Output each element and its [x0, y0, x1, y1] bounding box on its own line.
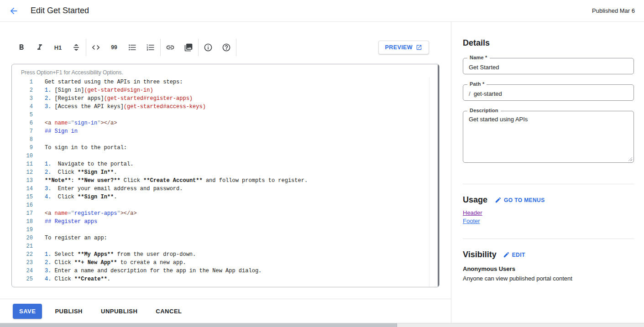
line-number: 9: [12, 144, 33, 152]
line-number: 1: [12, 78, 33, 86]
line-number: 25: [12, 275, 33, 283]
markdown-editor[interactable]: Press Option+F1 for Accessibility Option…: [11, 64, 440, 287]
code-line[interactable]: 111. Navigate to the portal.: [12, 160, 439, 168]
bold-button[interactable]: [12, 38, 31, 57]
code-line-text: <a name="sign-in"></a>: [33, 119, 117, 127]
italic-icon: [35, 43, 44, 52]
pencil-icon: [495, 197, 502, 203]
line-number: 19: [12, 226, 33, 234]
code-button[interactable]: [87, 38, 105, 57]
bulleted-list-button[interactable]: [123, 38, 141, 57]
code-line[interactable]: 122. Click **Sign In**.: [12, 168, 439, 176]
line-number: 21: [12, 242, 33, 250]
code-line-text: 1. Navigate to the portal.: [33, 160, 133, 168]
usage-link-footer[interactable]: Footer: [463, 218, 480, 225]
code-line[interactable]: 243. Enter a name and description for th…: [12, 267, 439, 275]
code-line-text: [33, 111, 45, 119]
code-line[interactable]: 21. [Sign in](get-started#sign-in): [12, 86, 439, 94]
back-button[interactable]: [5, 2, 23, 20]
numbered-list-icon: [146, 43, 155, 52]
code-line[interactable]: 17<a name="register-apps"></a>: [12, 209, 439, 218]
visibility-title: Visibility: [463, 250, 497, 260]
code-area[interactable]: 1Get started using the APIs in three ste…: [12, 78, 439, 283]
scrollbar-gutter-divider: [429, 77, 429, 287]
quote-button[interactable]: 99: [105, 38, 123, 57]
code-line[interactable]: 7## Sign in: [12, 127, 439, 135]
italic-button[interactable]: [31, 38, 49, 57]
code-line-text: 2. [Register apps](get-started#register-…: [33, 94, 193, 103]
publish-button[interactable]: PUBLISH: [49, 304, 88, 319]
line-number: 8: [12, 135, 33, 144]
code-line-text: <a name="register-apps"></a>: [33, 209, 137, 218]
code-line[interactable]: 143. Enter your email address and passwo…: [12, 185, 439, 193]
code-line[interactable]: 20To register an app:: [12, 234, 439, 242]
toolbar-group-text: H1: [12, 38, 85, 57]
code-line[interactable]: 18## Register apps: [12, 218, 439, 226]
open-in-new-icon: [416, 44, 422, 51]
go-to-menus-button[interactable]: GO TO MENUS: [495, 197, 545, 203]
page: Edit Get Started Published Mar 6 H1 99: [0, 0, 644, 327]
code-line[interactable]: 6<a name="sign-in"></a>: [12, 119, 439, 127]
description-field: Description Get started using APIs: [463, 111, 634, 163]
code-line[interactable]: 5: [12, 111, 439, 119]
edit-visibility-button[interactable]: EDIT: [503, 251, 525, 258]
code-line[interactable]: 21: [12, 242, 439, 250]
code-line[interactable]: 43. [Access the API keys](get-started#ac…: [12, 103, 439, 111]
action-bar: SAVE PUBLISH UNPUBLISH CANCEL: [0, 299, 451, 323]
audience-description: Anyone can view published portal content: [463, 275, 634, 282]
description-textarea[interactable]: Get started using APIs: [463, 111, 634, 161]
code-line[interactable]: 232. Click **+ New App** to create a new…: [12, 259, 439, 267]
section-divider: [463, 184, 634, 184]
code-line-text: 1. [Sign in](get-started#sign-in): [33, 86, 153, 94]
numbered-list-button[interactable]: [141, 38, 160, 57]
link-button[interactable]: [161, 38, 179, 57]
name-input[interactable]: [463, 58, 634, 74]
line-number: 6: [12, 119, 33, 127]
line-number: 23: [12, 259, 33, 267]
arrow-back-icon: [9, 6, 19, 16]
cancel-button[interactable]: CANCEL: [150, 304, 187, 319]
path-prefix: /: [469, 90, 471, 97]
code-line-text: [33, 152, 45, 160]
line-number: 17: [12, 209, 33, 218]
save-button[interactable]: SAVE: [13, 304, 42, 319]
code-line[interactable]: 8: [12, 135, 439, 144]
horizontal-scrollbar[interactable]: [0, 323, 644, 327]
help-button[interactable]: [217, 38, 236, 57]
code-line[interactable]: 32. [Register apps](get-started#register…: [12, 94, 439, 103]
toolbar-group-help: [199, 38, 236, 57]
code-line-text: 4. Click **Create**.: [33, 275, 110, 283]
line-number: 15: [12, 193, 33, 201]
image-icon: [184, 43, 193, 52]
code-line[interactable]: 10: [12, 152, 439, 160]
info-icon: [204, 43, 213, 52]
line-number: 3: [12, 94, 33, 103]
editor-vertical-scrollbar[interactable]: [438, 64, 439, 287]
editor-panel: H1 99: [0, 22, 451, 323]
usage-link-header[interactable]: Header: [463, 209, 482, 217]
code-line[interactable]: 154. Click **Sign In**.: [12, 193, 439, 201]
code-line-text: **Note**: **New user?** Click **Create A…: [33, 176, 308, 185]
code-line[interactable]: 13**Note**: **New user?** Click **Create…: [12, 176, 439, 185]
code-line[interactable]: 19: [12, 226, 439, 234]
section-divider: [463, 239, 634, 239]
path-field[interactable]: Path * / get-started: [463, 84, 634, 101]
vertical-align-button[interactable]: [67, 38, 85, 57]
code-line[interactable]: 254. Click **Create**.: [12, 275, 439, 283]
preview-button[interactable]: PREVIEW: [378, 41, 429, 54]
usage-section-header: Usage GO TO MENUS: [463, 195, 634, 205]
line-number: 20: [12, 234, 33, 242]
info-button[interactable]: [199, 38, 217, 57]
code-line[interactable]: 221. Select **My Apps** from the user dr…: [12, 250, 439, 259]
code-line[interactable]: 1Get started using the APIs in three ste…: [12, 78, 439, 86]
horizontal-scrollbar-thumb[interactable]: [0, 323, 397, 327]
code-line[interactable]: 16: [12, 201, 439, 209]
code-line-text: 2. Click **+ New App** to create a new a…: [33, 259, 186, 267]
code-line-text: 3. Enter a name and description for the …: [33, 267, 262, 275]
unpublish-button[interactable]: UNPUBLISH: [95, 304, 143, 319]
code-line[interactable]: 9To sign in to the portal:: [12, 144, 439, 152]
code-line-text: [33, 226, 45, 234]
toolbar-group-blocks: 99: [87, 38, 160, 57]
heading-button[interactable]: H1: [49, 38, 67, 57]
image-button[interactable]: [179, 38, 198, 57]
